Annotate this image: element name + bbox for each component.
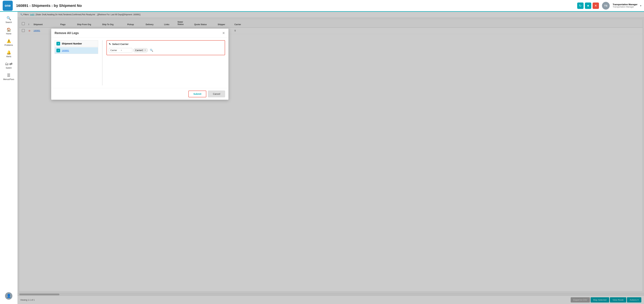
modal-overlay: Remove All Legs ✕ ✓ Shipment Number ✓ 16… — [18, 12, 644, 304]
modal-body: ✓ Shipment Number ✓ 160891 — [51, 38, 228, 88]
carrier-input-row: Carrier ▾ CarrierC ✕ 🔍 — [109, 48, 223, 53]
layout: 🔍 Search 🏠 Home ⚠️ Problems 🔔 Alerts 🗂 ⇄… — [0, 12, 644, 304]
sidebar-label-problems: Problems — [4, 44, 13, 46]
switch-icon2: ⇄ — [10, 62, 12, 66]
logo: one — [3, 1, 13, 11]
modal-col1-label: Shipment Number — [62, 42, 82, 45]
modal-footer: Submit Cancel — [51, 88, 228, 100]
modal-header: Remove All Legs ✕ — [51, 29, 228, 38]
problems-icon: ⚠️ — [6, 39, 11, 43]
modal-col-divider — [102, 40, 102, 85]
top-bar: one 160891 - Shipments : by Shipment No … — [0, 0, 644, 12]
modal-shipment-link[interactable]: 160891 — [62, 49, 69, 52]
carrier-tag: CarrierC ✕ — [133, 48, 148, 52]
main-content: 🔍 Filters (edit) [State: Draft,Awaiting,… — [18, 12, 644, 304]
modal-carrier-empty-area — [106, 55, 225, 85]
sidebar-label-switch: Switch — [6, 67, 12, 69]
menus-icon: ☰ — [7, 73, 10, 78]
switch-icon-row: 🗂 ⇄ — [5, 62, 12, 66]
sidebar-item-menus[interactable]: ☰ Menus/Favs — [1, 71, 16, 82]
cancel-button[interactable]: Cancel — [208, 91, 225, 97]
sidebar-item-search[interactable]: 🔍 Search — [1, 15, 16, 25]
sidebar-item-problems[interactable]: ⚠️ Problems — [1, 37, 16, 48]
page-title: 160891 - Shipments : by Shipment No — [16, 4, 577, 8]
modal-shipment-col: ✓ Shipment Number ✓ 160891 — [54, 40, 98, 85]
col-header-check-icon: ✓ — [56, 42, 60, 46]
carrier-select-header: ✎ Select Carrier — [109, 43, 223, 46]
carrier-edit-icon: ✎ — [109, 43, 111, 46]
avatar: TS — [602, 2, 610, 10]
top-actions: ↻ ★ ✕ TS Transportation Manager Transpor… — [577, 2, 641, 10]
alerts-icon: 🔔 — [6, 50, 11, 55]
user-info: Transportation Manager Transportation Ma… — [613, 3, 638, 8]
sidebar-label-alerts: Alerts — [6, 55, 12, 58]
carrier-tag-remove[interactable]: ✕ — [144, 49, 146, 51]
modal-shipment-row: ✓ 160891 — [54, 47, 98, 54]
close-button[interactable]: ✕ — [592, 3, 599, 9]
sidebar-label-home: Home — [6, 33, 12, 35]
carrier-dropdown-label: Carrier — [110, 49, 120, 52]
submit-button[interactable]: Submit — [188, 91, 206, 97]
remove-all-legs-modal: Remove All Legs ✕ ✓ Shipment Number ✓ 16… — [51, 29, 228, 100]
sidebar: 🔍 Search 🏠 Home ⚠️ Problems 🔔 Alerts 🗂 ⇄… — [0, 12, 18, 304]
sidebar-label-search: Search — [6, 21, 12, 24]
carrier-select-label: Select Carrier — [112, 43, 128, 46]
modal-carrier-col: ✎ Select Carrier Carrier ▾ CarrierC — [106, 40, 225, 85]
switch-icon: 🗂 — [5, 62, 9, 66]
carrier-dropdown[interactable]: Carrier ▾ — [109, 48, 132, 53]
modal-close-button[interactable]: ✕ — [222, 31, 225, 35]
carrier-dropdown-arrow-icon: ▾ — [121, 49, 131, 51]
carrier-tag-text: CarrierC — [135, 49, 143, 52]
star-button[interactable]: ★ — [585, 3, 591, 9]
sidebar-item-switch[interactable]: 🗂 ⇄ Switch — [1, 60, 16, 71]
carrier-select-box: ✎ Select Carrier Carrier ▾ CarrierC — [106, 40, 225, 55]
modal-title: Remove All Legs — [54, 31, 79, 35]
refresh-button[interactable]: ↻ — [577, 3, 584, 9]
sidebar-label-menus: Menus/Favs — [3, 78, 14, 81]
carrier-search-button[interactable]: 🔍 — [149, 48, 154, 53]
home-icon: 🏠 — [6, 28, 11, 32]
sidebar-avatar[interactable]: 👤 — [5, 292, 12, 300]
search-icon: 🔍 — [6, 16, 11, 21]
sidebar-item-home[interactable]: 🏠 Home — [1, 26, 16, 37]
user-dropdown-arrow[interactable]: ▾ — [640, 4, 641, 7]
shipment-row-check[interactable]: ✓ — [56, 49, 60, 52]
modal-shipment-col-header: ✓ Shipment Number — [54, 40, 98, 47]
sidebar-item-alerts[interactable]: 🔔 Alerts — [1, 49, 16, 59]
